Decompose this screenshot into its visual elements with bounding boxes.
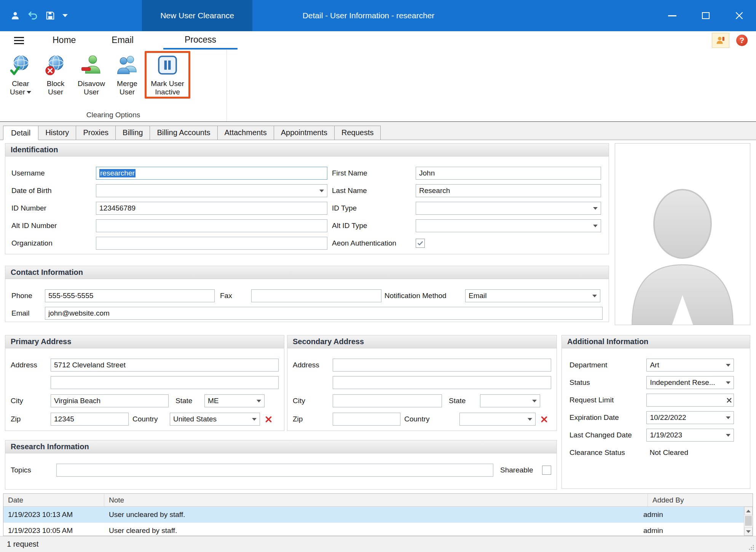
- alt-id-type-select[interactable]: [416, 219, 601, 232]
- chevron-down-icon[interactable]: [529, 395, 540, 407]
- expiration-date-select[interactable]: 10/22/2022: [646, 411, 734, 424]
- tab-billing-accounts[interactable]: Billing Accounts: [150, 126, 217, 140]
- note-row[interactable]: 1/19/2023 10:13 AM User uncleared by sta…: [3, 507, 753, 523]
- tab-proxies[interactable]: Proxies: [76, 126, 116, 140]
- quick-access-toolbar: [0, 0, 76, 31]
- user-alert-button[interactable]: [712, 33, 729, 48]
- alt-id-type-label: Alt ID Type: [327, 222, 416, 230]
- country-select[interactable]: [459, 413, 536, 426]
- aeon-authentication-label: Aeon Authentication: [327, 239, 416, 247]
- status-select[interactable]: Independent Rese...: [646, 376, 734, 389]
- phone-input[interactable]: 555-555-5555: [45, 289, 215, 302]
- chevron-down-icon[interactable]: [590, 202, 601, 214]
- aeon-authentication-checkbox[interactable]: [416, 239, 425, 248]
- user-icon[interactable]: [8, 9, 22, 22]
- help-icon: ?: [736, 35, 748, 46]
- chevron-down-icon[interactable]: [723, 412, 734, 424]
- email-input[interactable]: john@website.com: [45, 307, 603, 320]
- clear-country-button[interactable]: [539, 414, 549, 424]
- document-tab[interactable]: New User Clearance: [142, 0, 252, 31]
- username-label: Username: [11, 169, 96, 177]
- last-changed-date-select[interactable]: 1/19/2023: [646, 429, 734, 442]
- city-input[interactable]: Virginia Beach: [51, 394, 169, 407]
- notification-method-select[interactable]: Email: [465, 289, 600, 302]
- user-photo[interactable]: [615, 143, 750, 325]
- globe-block-icon: [45, 53, 67, 77]
- department-select[interactable]: Art: [646, 359, 734, 372]
- grid-vertical-scrollbar[interactable]: [744, 507, 753, 536]
- country-label: Country: [132, 415, 170, 423]
- clear-request-limit-button[interactable]: [726, 394, 732, 406]
- chevron-down-icon[interactable]: [590, 220, 601, 232]
- scrollbar-thumb[interactable]: [745, 516, 752, 526]
- undo-icon[interactable]: [26, 9, 40, 22]
- note-row[interactable]: 1/19/2023 10:05 AM User cleared by staff…: [3, 523, 753, 536]
- chevron-down-icon[interactable]: [723, 377, 734, 389]
- tab-requests[interactable]: Requests: [334, 126, 381, 140]
- chevron-down-icon[interactable]: [723, 429, 734, 441]
- first-name-input[interactable]: John: [416, 167, 601, 180]
- ribbon-gap: [0, 122, 756, 126]
- last-name-input[interactable]: Research: [416, 184, 601, 197]
- email-label: Email: [11, 309, 45, 317]
- note-text: User cleared by staff.: [104, 523, 639, 536]
- block-user-button[interactable]: BlockUser: [38, 51, 73, 99]
- chevron-down-icon[interactable]: [249, 413, 260, 425]
- column-header-added-by[interactable]: Added By: [648, 494, 753, 506]
- maximize-button[interactable]: [689, 0, 723, 31]
- address-line2-input[interactable]: [51, 376, 279, 389]
- state-select[interactable]: ME: [204, 394, 265, 407]
- request-limit-input[interactable]: [646, 394, 734, 407]
- date-of-birth-select[interactable]: [96, 184, 327, 197]
- scroll-down-button[interactable]: [744, 527, 753, 536]
- address-line2-input[interactable]: [333, 376, 551, 389]
- address-line1-input[interactable]: [333, 359, 551, 372]
- disavow-user-button[interactable]: DisavowUser: [73, 51, 110, 99]
- mark-user-inactive-button[interactable]: Mark UserInactive: [145, 51, 190, 99]
- chevron-down-icon[interactable]: [316, 185, 327, 197]
- organization-input[interactable]: [96, 237, 327, 250]
- clear-country-button[interactable]: [263, 414, 274, 424]
- close-button[interactable]: [723, 0, 756, 31]
- chevron-down-icon[interactable]: [525, 413, 535, 425]
- qat-dropdown-icon[interactable]: [61, 9, 69, 22]
- id-number-input[interactable]: 123456789: [96, 202, 327, 215]
- shareable-checkbox[interactable]: [542, 466, 551, 475]
- merge-users-icon: [116, 53, 138, 77]
- country-select[interactable]: United States: [170, 413, 260, 426]
- minimize-button[interactable]: [656, 0, 689, 31]
- chevron-down-icon[interactable]: [723, 359, 734, 371]
- tab-appointments[interactable]: Appointments: [274, 126, 335, 140]
- tab-detail[interactable]: Detail: [3, 126, 38, 140]
- merge-user-button[interactable]: MergeUser: [110, 51, 145, 99]
- city-input[interactable]: [333, 394, 442, 407]
- clear-user-button[interactable]: ClearUser: [3, 51, 38, 99]
- resize-grip-icon[interactable]: [748, 544, 754, 550]
- column-header-date[interactable]: Date: [3, 494, 104, 506]
- notes-grid-area: Date Note Added By 1/19/2023 10:13 AM Us…: [0, 493, 756, 536]
- zip-input[interactable]: [333, 413, 400, 426]
- address-line1-input[interactable]: 5712 Cleveland Street: [51, 359, 279, 372]
- chevron-down-icon[interactable]: [589, 290, 600, 302]
- zip-input[interactable]: 12345: [51, 413, 129, 426]
- status-label: Status: [569, 378, 646, 387]
- alt-id-number-input[interactable]: [96, 219, 327, 232]
- ribbon-tab-home[interactable]: Home: [38, 31, 90, 49]
- clearance-status-value: Not Cleared: [647, 446, 734, 459]
- state-select[interactable]: [480, 394, 540, 407]
- column-header-note[interactable]: Note: [104, 494, 648, 506]
- topics-input[interactable]: [56, 464, 493, 477]
- ribbon-tab-email[interactable]: Email: [97, 31, 148, 49]
- help-button[interactable]: ?: [733, 33, 751, 48]
- save-icon[interactable]: [43, 9, 57, 22]
- menu-button[interactable]: [0, 31, 38, 49]
- id-type-select[interactable]: [416, 202, 601, 215]
- fax-input[interactable]: [251, 289, 381, 302]
- username-input[interactable]: researcher: [96, 167, 327, 180]
- ribbon-tab-process[interactable]: Process: [163, 31, 238, 49]
- scroll-up-button[interactable]: [744, 507, 753, 515]
- tab-attachments[interactable]: Attachments: [217, 126, 274, 140]
- tab-billing[interactable]: Billing: [115, 126, 150, 140]
- chevron-down-icon[interactable]: [254, 395, 264, 407]
- tab-history[interactable]: History: [38, 126, 76, 140]
